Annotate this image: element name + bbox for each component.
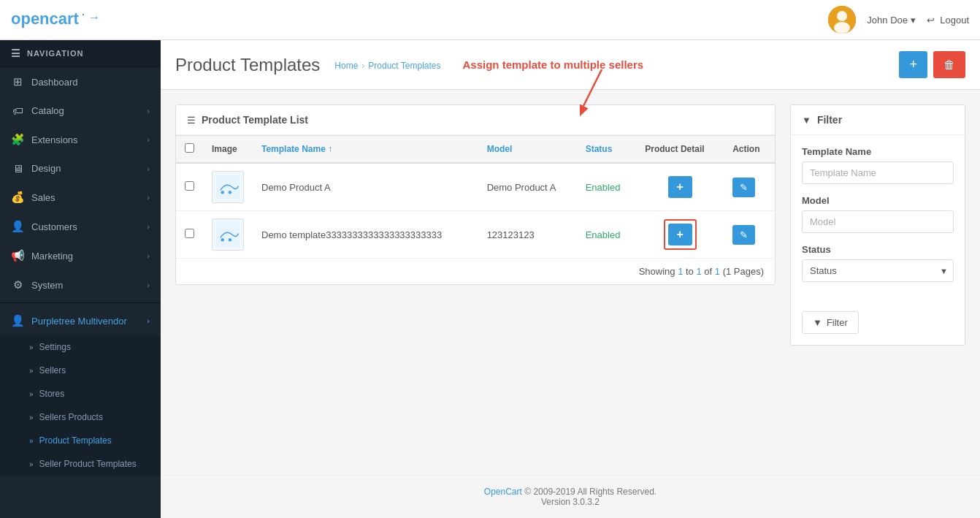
main-panel: ☰ Product Template List Image Template N… (175, 104, 776, 460)
filter-button-icon: ▼ (813, 317, 822, 328)
filter-group-status: Status Status Enabled Disabled ▼ (802, 244, 954, 282)
row-checkbox[interactable] (185, 181, 194, 191)
filter-model-input[interactable] (802, 210, 954, 233)
row-template-name-cell: Demo Product A (253, 163, 478, 211)
breadcrumb-current[interactable]: Product Templates (368, 61, 440, 71)
assign-template-button-1[interactable]: + (668, 176, 692, 198)
table-header-row: Image Template Name ↑ Model Status Produ… (176, 136, 775, 164)
breadcrumb: Home › Product Templates (334, 61, 440, 71)
sidebar-item-customers[interactable]: 👤 Customers › (0, 212, 161, 241)
sidebar-item-dashboard[interactable]: ⊞ Dashboard (0, 67, 161, 96)
main-layout: ☰ NAVIGATION ⊞ Dashboard 🏷 Catalog › 🧩 E… (0, 40, 980, 518)
sidebar-item-catalog[interactable]: 🏷 Catalog › (0, 96, 161, 125)
footer-opencart-link[interactable]: OpenCart (484, 487, 522, 497)
filter-title: Filter (817, 114, 842, 126)
card-header: ☰ Product Template List (176, 105, 775, 135)
sub-item-settings[interactable]: » Settings (0, 335, 161, 359)
sidebar-item-sales[interactable]: 💰 Sales › (0, 183, 161, 212)
row-action-cell: ✎ (724, 163, 775, 211)
sidebar-item-purpletree[interactable]: 👤 Purpletree Multivendor › (0, 306, 161, 335)
filter-group-name: Template Name (802, 146, 954, 184)
select-all-checkbox[interactable] (185, 143, 194, 153)
extensions-icon: 🧩 (11, 133, 24, 146)
svg-line-7 (583, 69, 602, 106)
bullet-icon: » (29, 343, 34, 351)
svg-text:→: → (88, 11, 100, 23)
col-template-name[interactable]: Template Name ↑ (253, 136, 478, 164)
breadcrumb-home[interactable]: Home (334, 61, 358, 71)
filter-status-select[interactable]: Status Enabled Disabled (802, 259, 954, 282)
system-icon: ⚙ (11, 278, 24, 292)
col-model[interactable]: Model (478, 136, 577, 164)
row-image-cell (203, 211, 253, 259)
chevron-right-icon: › (147, 107, 150, 115)
page-end[interactable]: 1 (696, 266, 701, 277)
sidebar-item-marketing[interactable]: 📢 Marketing › (0, 241, 161, 270)
annotation-wrapper: Assign template to multiple sellers (463, 58, 644, 71)
top-header: opencart · → John Doe ↩ Logout (0, 0, 980, 40)
user-area: John Doe ↩ Logout (828, 6, 969, 34)
row-status-cell: Enabled (577, 211, 637, 259)
filter-header: ▼ Filter (791, 105, 965, 135)
chevron-right-icon: › (147, 251, 150, 260)
bullet-icon: » (29, 460, 34, 468)
sort-icon: ↑ (328, 144, 332, 154)
action-group: ✎ (732, 178, 766, 197)
logo-text: opencart · → (11, 5, 106, 35)
product-image (212, 171, 244, 203)
action-group: ✎ (732, 225, 766, 245)
annotation-arrow (580, 66, 638, 117)
nav-header: ☰ NAVIGATION (0, 40, 161, 67)
row-checkbox[interactable] (185, 229, 194, 238)
page-footer: OpenCart © 2009-2019 All Rights Reserved… (161, 475, 980, 518)
svg-point-12 (221, 238, 224, 241)
breadcrumb-separator: › (361, 61, 364, 71)
sub-item-product-templates[interactable]: » Product Templates (0, 429, 161, 452)
menu-icon: ☰ (11, 47, 21, 59)
sub-item-sellers[interactable]: » Sellers (0, 359, 161, 382)
chevron-right-icon: › (147, 193, 150, 202)
dashboard-icon: ⊞ (11, 75, 24, 88)
page-content: ☰ Product Template List Image Template N… (161, 90, 980, 475)
row-checkbox-cell (176, 211, 203, 259)
customers-icon: 👤 (11, 220, 24, 233)
col-status[interactable]: Status (577, 136, 637, 164)
sub-item-sellers-products[interactable]: » Sellers Products (0, 405, 161, 429)
sub-item-seller-product-templates[interactable]: » Seller Product Templates (0, 452, 161, 476)
sidebar-item-system[interactable]: ⚙ System › (0, 270, 161, 300)
svg-point-13 (229, 238, 231, 241)
bullet-icon: » (29, 390, 34, 398)
delete-button[interactable]: 🗑 (933, 51, 965, 78)
content-area: Product Templates Home › Product Templat… (161, 40, 980, 518)
marketing-icon: 📢 (11, 249, 24, 262)
filter-button[interactable]: ▼ Filter (802, 311, 859, 334)
table-row: Demo template3333333333333333333333 1231… (176, 211, 775, 259)
add-button[interactable]: + (899, 51, 927, 78)
sub-item-stores[interactable]: » Stores (0, 382, 161, 405)
sidebar-item-extensions[interactable]: 🧩 Extensions › (0, 125, 161, 154)
row-product-detail-cell-2: + (636, 211, 724, 259)
logout-button[interactable]: ↩ Logout (927, 15, 969, 26)
page-start[interactable]: 1 (678, 266, 683, 277)
total-count[interactable]: 1 (715, 266, 720, 277)
row-image-cell (203, 163, 253, 211)
chevron-right-icon: › (147, 222, 150, 231)
filter-card: ▼ Filter Template Name Model (790, 104, 965, 346)
edit-button-2[interactable]: ✎ (732, 225, 755, 245)
avatar (828, 6, 856, 34)
product-templates-table: Image Template Name ↑ Model Status Produ… (176, 135, 775, 259)
trash-icon: 🗑 (943, 58, 955, 71)
assign-template-button-2[interactable]: + (668, 224, 692, 245)
col-image: Image (203, 136, 253, 164)
svg-rect-8 (216, 175, 240, 199)
bullet-icon: » (29, 414, 34, 422)
sidebar-item-design[interactable]: 🖥 Design › (0, 154, 161, 183)
page-title: Product Templates (175, 55, 320, 75)
user-name[interactable]: John Doe (867, 15, 915, 26)
purpletree-icon: 👤 (11, 314, 24, 327)
edit-button-1[interactable]: ✎ (732, 178, 755, 197)
filter-template-name-input[interactable] (802, 161, 954, 184)
sidebar-divider (0, 302, 161, 303)
sales-icon: 💰 (11, 191, 24, 204)
filter-template-name-label: Template Name (802, 146, 954, 157)
